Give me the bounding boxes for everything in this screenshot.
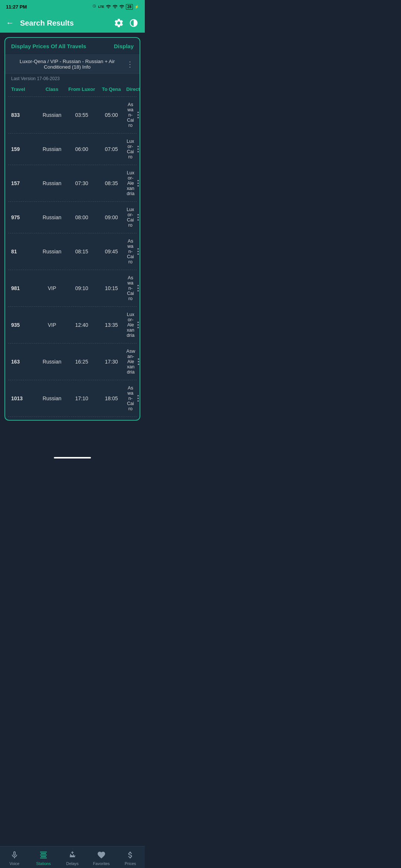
results-card: Display Prices Of All Travels Display Lu… bbox=[4, 37, 140, 421]
cell-direction: Aswan-Cairo bbox=[126, 275, 139, 301]
cell-travel: 163 bbox=[11, 359, 37, 365]
table-row[interactable]: 935 VIP 12:40 13:35 Luxor-Alexandria bbox=[8, 306, 137, 343]
row-menu-button[interactable] bbox=[137, 214, 139, 221]
settings-icon[interactable] bbox=[114, 18, 124, 28]
signal-icon-2 bbox=[113, 4, 118, 9]
cell-class: Russian bbox=[37, 214, 67, 220]
status-icons: LTE 28 ⚡ bbox=[92, 4, 139, 10]
row-menu-button[interactable] bbox=[137, 180, 139, 187]
last-divider bbox=[8, 417, 137, 417]
price-banner: Display Prices Of All Travels Display bbox=[5, 38, 140, 55]
cell-to: 18:05 bbox=[97, 395, 126, 401]
cell-from: 12:40 bbox=[67, 322, 97, 328]
col-to: To Qena bbox=[97, 86, 126, 93]
row-menu-button[interactable] bbox=[137, 248, 139, 255]
cell-to: 17:30 bbox=[97, 359, 126, 365]
table-row[interactable]: 157 Russian 07:30 08:35 Luxor-Alexandria bbox=[8, 165, 137, 201]
route-description: Luxor-Qena / VIP - Russian - Russian + A… bbox=[11, 59, 123, 70]
table-row[interactable]: 81 Russian 08:15 09:45 Aswan-Cairo bbox=[8, 233, 137, 270]
cell-from: 07:30 bbox=[67, 180, 97, 186]
cell-direction: Luxor-Cairo bbox=[126, 207, 139, 228]
route-menu-button[interactable]: ⋮ bbox=[126, 60, 134, 69]
cell-travel: 833 bbox=[11, 112, 37, 118]
cell-to: 09:00 bbox=[97, 214, 126, 220]
cell-direction: Aswan-Cairo bbox=[126, 102, 139, 128]
cell-from: 06:00 bbox=[67, 146, 97, 152]
last-version-label: Last Version 17-06-2023 bbox=[5, 74, 140, 84]
cell-class: Russian bbox=[37, 112, 67, 118]
alarm-icon bbox=[92, 4, 97, 9]
cell-travel: 81 bbox=[11, 249, 37, 254]
table-row[interactable]: 159 Russian 06:00 07:05 Luxor-Cairo bbox=[8, 133, 137, 165]
cell-travel: 159 bbox=[11, 146, 37, 152]
cell-travel: 157 bbox=[11, 180, 37, 186]
theme-icon[interactable] bbox=[128, 18, 139, 28]
cell-class: Russian bbox=[37, 359, 67, 365]
row-menu-button[interactable] bbox=[137, 321, 139, 329]
header-actions bbox=[114, 18, 139, 28]
back-button[interactable]: ← bbox=[6, 18, 14, 28]
signal-icon-1 bbox=[106, 4, 111, 9]
cell-to: 05:00 bbox=[97, 112, 126, 118]
cell-direction: Luxor-Alexandria bbox=[126, 170, 139, 196]
cell-from: 08:15 bbox=[67, 249, 97, 254]
price-banner-text: Display Prices Of All Travels bbox=[11, 43, 86, 49]
cell-class: VIP bbox=[37, 285, 67, 291]
cell-to: 08:35 bbox=[97, 180, 126, 186]
cell-direction: Aswan-Alexandria bbox=[126, 349, 139, 375]
cell-to: 13:35 bbox=[97, 322, 126, 328]
lte-badge: LTE bbox=[98, 5, 104, 9]
status-time: 11:27 PM bbox=[6, 4, 27, 10]
cell-travel: 975 bbox=[11, 214, 37, 220]
charging-icon: ⚡ bbox=[134, 5, 139, 9]
table-body: 833 Russian 03:55 05:00 Aswan-Cairo 159 … bbox=[5, 96, 140, 417]
main-content: Display Prices Of All Travels Display Lu… bbox=[0, 33, 145, 425]
cell-class: VIP bbox=[37, 322, 67, 328]
page-title: Search Results bbox=[20, 19, 108, 27]
table-row[interactable]: 833 Russian 03:55 05:00 Aswan-Cairo bbox=[8, 96, 137, 133]
col-travel: Travel bbox=[11, 86, 37, 93]
cell-class: Russian bbox=[37, 249, 67, 254]
row-menu-button[interactable] bbox=[137, 111, 139, 119]
spacer bbox=[0, 425, 145, 455]
cell-class: Russian bbox=[37, 146, 67, 152]
col-class: Class bbox=[37, 86, 67, 93]
display-prices-button[interactable]: Display bbox=[114, 43, 134, 49]
cell-direction: Aswan-Cairo bbox=[126, 239, 139, 264]
battery-badge: 28 bbox=[126, 4, 133, 10]
cell-class: Russian bbox=[37, 180, 67, 186]
table-row[interactable]: 1013 Russian 17:10 18:05 Aswan-Cairo bbox=[8, 380, 137, 417]
row-menu-button[interactable] bbox=[137, 285, 139, 292]
wifi-icon bbox=[119, 4, 124, 9]
cell-from: 08:00 bbox=[67, 214, 97, 220]
cell-direction: Luxor-Cairo bbox=[126, 139, 139, 160]
col-direction: Direction bbox=[126, 86, 140, 93]
cell-to: 07:05 bbox=[97, 146, 126, 152]
cell-travel: 1013 bbox=[11, 395, 37, 401]
table-row[interactable]: 975 Russian 08:00 09:00 Luxor-Cairo bbox=[8, 201, 137, 233]
cell-to: 10:15 bbox=[97, 285, 126, 291]
row-menu-button[interactable] bbox=[137, 395, 139, 402]
row-menu-button[interactable] bbox=[137, 145, 139, 153]
cell-travel: 981 bbox=[11, 285, 37, 291]
cell-to: 09:45 bbox=[97, 249, 126, 254]
table-row[interactable]: 163 Russian 16:25 17:30 Aswan-Alexandria bbox=[8, 343, 137, 380]
status-bar: 11:27 PM LTE 28 ⚡ bbox=[0, 0, 145, 13]
app-header: ← Search Results bbox=[0, 13, 145, 33]
table-header: Travel Class From Luxor To Qena Directio… bbox=[5, 84, 140, 96]
table-row[interactable]: 981 VIP 09:10 10:15 Aswan-Cairo bbox=[8, 270, 137, 306]
cell-from: 09:10 bbox=[67, 285, 97, 291]
route-info-row: Luxor-Qena / VIP - Russian - Russian + A… bbox=[5, 55, 140, 74]
cell-travel: 935 bbox=[11, 322, 37, 328]
cell-direction: Luxor-Alexandria bbox=[126, 312, 139, 338]
cell-from: 16:25 bbox=[67, 359, 97, 365]
col-from: From Luxor bbox=[67, 86, 97, 93]
row-menu-button[interactable] bbox=[137, 358, 139, 365]
cell-from: 03:55 bbox=[67, 112, 97, 118]
cell-from: 17:10 bbox=[67, 395, 97, 401]
cell-class: Russian bbox=[37, 395, 67, 401]
cell-direction: Aswan-Cairo bbox=[126, 385, 139, 411]
home-indicator bbox=[54, 457, 91, 458]
